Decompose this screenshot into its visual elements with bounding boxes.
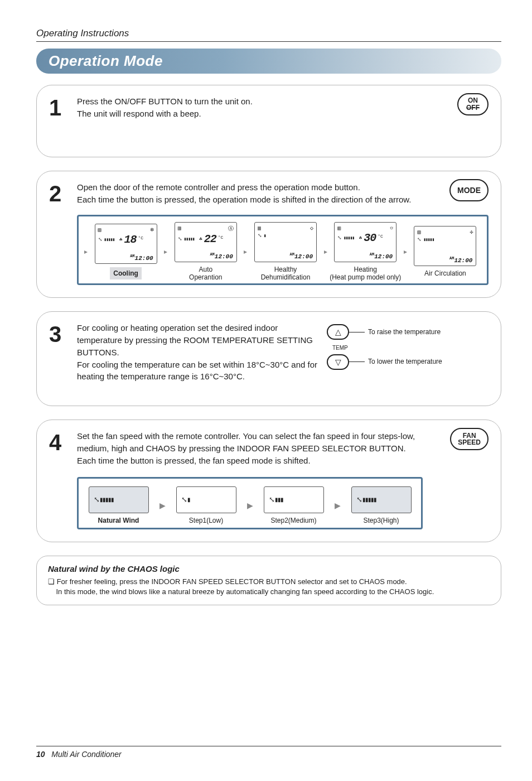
chaos-line1: For fresher feeling, press the INDOOR FA… [57, 577, 407, 586]
step3-num: 3 [49, 322, 77, 345]
chaos-bullet: ❏ [48, 577, 55, 586]
header-rule [36, 41, 501, 42]
mode-label: Cooling [110, 267, 142, 279]
arrow-icon: ▶ [245, 501, 255, 510]
step1-line1: Press the ON/OFF BUTTON to turn the unit… [77, 95, 489, 108]
mode-top-icon: ❄ [151, 226, 154, 233]
fan-cell: ⤡▮ Step1(Low) [176, 486, 236, 524]
arrow-icon: ▶ [157, 501, 168, 510]
step1-line2: The unit will respond with a beep. [77, 108, 489, 120]
fan-cell: ⤡▮▮▮▮▮ Natural Wind [89, 486, 149, 524]
arrow-icon: ▶ [332, 501, 343, 510]
temp-lower-label: To lower the temperature [368, 357, 442, 367]
footer-text: Multi Air Conditioner [51, 750, 122, 759]
step3-line2: For cooling the temperature can be set w… [77, 359, 333, 383]
mode-top-icon: ☼ [390, 225, 393, 232]
doc-header: Operating Instructions [36, 28, 501, 39]
step4-line2: Each time the button is pressed, the fan… [77, 455, 489, 467]
lcd-display: ▥✣ ⤡▮▮▮▮▮ AM12:00 [414, 226, 476, 266]
fan-label: Step1(Low) [176, 517, 236, 524]
mode-cell: ▥◇ ⤡▮ AM12:00 HealthyDehumidification [248, 222, 322, 282]
mode-cell: ▥Ⓐ ⤡▮▮▮▮▮ ☘22°C AM12:00 AutoOperantion [168, 222, 243, 282]
mode-cell: ▥✣ ⤡▮▮▮▮▮ AM12:00 Air Circulation [408, 226, 482, 277]
arrow-icon: ▸ [323, 248, 328, 255]
step4-num: 4 [49, 430, 77, 454]
mode-label: Air Circulation [408, 269, 482, 277]
fan-label: Step2(Medium) [264, 517, 324, 524]
step3-line1: For cooling or heating operation set the… [77, 322, 317, 358]
lcd-display: ▥Ⓐ ⤡▮▮▮▮▮ ☘22°C AM12:00 [175, 222, 237, 262]
fanspeed-button-graphic: FAN SPEED [450, 428, 489, 450]
fan-display: ⤡▮▮▮▮▮ [89, 486, 149, 513]
chaos-line2: In this mode, the wind blows like a natu… [56, 587, 434, 596]
fan-display: ⤡▮ [176, 486, 236, 513]
lcd-display: ▥❄ ⤡▮▮▮▮▮ ☘18°C AM12:00 [95, 224, 157, 264]
fan-display: ⤡▮▮▮▮▮ [351, 486, 412, 513]
mode-cell: ▥❄ ⤡▮▮▮▮▮ ☘18°C AM12:00 Cooling [89, 224, 163, 279]
mode-top-icon: ◇ [310, 225, 313, 232]
title-bar: Operation Mode [36, 49, 501, 74]
arrow-icon: ▸ [163, 248, 168, 255]
mode-sequence: ▸ ▥❄ ⤡▮▮▮▮▮ ☘18°C AM12:00 Cooling ▸ ▥Ⓐ ⤡… [77, 215, 489, 286]
temp-up-button: △ [327, 324, 349, 340]
fan-label: Step3(High) [351, 517, 412, 524]
temp-up-line [348, 332, 365, 332]
step4-line1: Set the fan speed with the remote contro… [77, 430, 423, 455]
arrow-icon: ▸ [243, 248, 248, 255]
step3-card: 3 △ To raise the temperature TEMP ▽ To l… [36, 311, 501, 406]
mode-cell: ▥☼ ⤡▮▮▮▮▮ ☘30°C AM12:00 Heating(Heat pum… [328, 222, 403, 282]
step2-card: MODE 2 Open the door of the remote contr… [36, 171, 501, 298]
lcd-display: ▥◇ ⤡▮ AM12:00 [254, 222, 317, 262]
fan-cell: ⤡▮▮▮▮▮ Step3(High) [351, 486, 412, 524]
temp-mid-label: TEMP [332, 344, 489, 353]
onoff-bot: OFF [466, 104, 480, 112]
fanspeed-bot: SPEED [458, 439, 481, 446]
temp-down-button: ▽ [327, 354, 349, 370]
step4-card: FAN SPEED 4 Set the fan speed with the r… [36, 420, 501, 542]
mode-button-graphic: MODE [449, 179, 489, 201]
lcd-display: ▥☼ ⤡▮▮▮▮▮ ☘30°C AM12:00 [334, 222, 396, 262]
step2-num: 2 [49, 181, 77, 205]
temp-buttons-group: △ To raise the temperature TEMP ▽ To low… [327, 322, 489, 374]
mode-label: HealthyDehumidification [248, 266, 322, 282]
page-footer: 10 Multi Air Conditioner [36, 746, 501, 759]
footer-page: 10 [36, 750, 45, 759]
step2-line1: Open the door of the remote controller a… [77, 181, 489, 194]
step2-line2: Each time the button is pressed, the ope… [77, 194, 489, 206]
chaos-title: Natural wind by the CHAOS logic [48, 564, 490, 573]
fan-label: Natural Wind [89, 517, 149, 524]
temp-down-line [348, 361, 365, 362]
mode-top-icon: ✣ [470, 229, 473, 235]
mode-top-icon: Ⓐ [228, 225, 234, 233]
title-text: Operation Mode [49, 52, 163, 69]
fan-sequence: ⤡▮▮▮▮▮ Natural Wind ▶ ⤡▮ Step1(Low) ▶ ⤡▮… [77, 477, 423, 529]
arrow-icon: ▸ [83, 248, 89, 255]
fan-cell: ⤡▮▮▮ Step2(Medium) [264, 486, 324, 524]
mode-button-label: MODE [449, 179, 489, 201]
arrow-icon: ▸ [403, 248, 408, 255]
step1-num: 1 [49, 95, 77, 119]
mode-label: AutoOperantion [168, 266, 243, 282]
temp-raise-label: To raise the temperature [368, 327, 441, 337]
fan-display: ⤡▮▮▮ [264, 486, 324, 513]
step1-card: ON OFF 1 Press the ON/OFF BUTTON to turn… [36, 85, 501, 157]
mode-label: Heating(Heat pump model only) [328, 266, 403, 282]
onoff-button-graphic: ON OFF [457, 93, 489, 115]
chaos-note: Natural wind by the CHAOS logic ❏ For fr… [36, 556, 501, 605]
